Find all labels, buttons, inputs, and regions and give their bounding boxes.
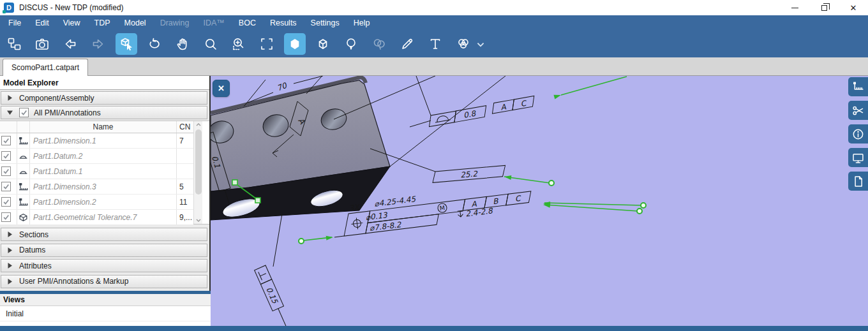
scrollbar-thumb[interactable] <box>195 129 202 195</box>
part-body[interactable] <box>211 77 390 220</box>
table-row[interactable]: Part1.Dimension.17 <box>0 133 193 149</box>
toolbar-wireframe-cube-button[interactable] <box>312 33 334 55</box>
row-name: Part1.Dimension.3 <box>33 182 96 191</box>
side-info-button[interactable] <box>848 124 868 143</box>
svg-text:M: M <box>439 204 445 212</box>
menu-item-tdp[interactable]: TDP <box>87 15 117 31</box>
menu-item-settings[interactable]: Settings <box>304 15 347 31</box>
check-icon <box>3 137 10 144</box>
menu-item-boc[interactable]: BOC <box>232 15 263 31</box>
toolbar-markup-pencil-button[interactable] <box>396 33 418 55</box>
viewport-close-button[interactable]: ✕ <box>213 80 230 97</box>
balloon-icon <box>343 36 359 52</box>
group-component-assembly[interactable]: Component/Assembly <box>1 91 207 105</box>
row-checkbox[interactable] <box>1 182 11 191</box>
toolbar-forward-arrow-button <box>87 33 109 55</box>
toolbar-select-cursor-button[interactable] <box>116 33 137 55</box>
row-checkbox[interactable] <box>1 166 11 176</box>
menu-item-edit[interactable]: Edit <box>28 15 56 31</box>
viewport-3d[interactable]: 70 A 0.8 A <box>211 76 868 326</box>
menu-item-help[interactable]: Help <box>347 15 377 31</box>
chevron-down-icon[interactable] <box>477 38 484 50</box>
row-name: Part1.Datum.2 <box>33 152 82 161</box>
display-icon <box>851 151 865 165</box>
chevron-right-icon <box>6 94 13 101</box>
toolbar-snapshot-camera-button[interactable] <box>31 33 53 55</box>
section-sections[interactable]: Sections <box>1 228 207 241</box>
chevron-right-icon <box>6 247 13 254</box>
toolbar-zoom-button[interactable] <box>200 33 221 55</box>
row-cn: 11 <box>179 198 187 207</box>
table-row[interactable]: Part1.Geometrical Tolerance.79,... <box>0 210 193 225</box>
check-icon <box>3 198 10 205</box>
menu-item-drawing: Drawing <box>153 15 197 31</box>
toolbar-balloons-button <box>368 33 390 55</box>
section-attributes[interactable]: Attributes <box>1 259 207 272</box>
restore-button[interactable] <box>809 0 839 15</box>
dimension-icon <box>19 182 28 191</box>
svg-text:25.2: 25.2 <box>460 169 479 179</box>
tab-scomopart1[interactable]: ScomoPart1.catpart <box>3 59 88 76</box>
row-checkbox[interactable] <box>1 136 11 145</box>
toolbar-pan-hand-button[interactable] <box>172 33 193 55</box>
scroll-down-icon[interactable] <box>194 217 203 224</box>
group-label: All PMI/Annotations <box>34 108 101 117</box>
table-row[interactable]: Part1.Datum.2 <box>0 149 193 164</box>
profile-fcf-annotation[interactable]: 0.8 A C <box>427 77 627 127</box>
side-section-scissors-button[interactable] <box>848 101 868 120</box>
rotate-icon <box>147 36 162 52</box>
toolbar-render-style-button[interactable] <box>453 33 474 55</box>
menu-item-view[interactable]: View <box>56 15 87 31</box>
svg-text:⌀0.13: ⌀0.13 <box>365 210 389 222</box>
perpendicularity-fcf-annotation[interactable]: 0.15 <box>255 214 292 326</box>
check-icon <box>3 168 10 175</box>
table-scrollbar[interactable] <box>193 121 202 224</box>
header-cn-col: CN <box>177 121 193 133</box>
side-dimension-tool-button[interactable] <box>848 77 868 96</box>
menu-bar: FileEditViewTDPModelDrawingIDA™BOCResult… <box>0 15 868 31</box>
svg-text:C: C <box>514 194 522 203</box>
table-row[interactable]: Part1.Datum.1 <box>0 164 193 179</box>
pmi-table-header: Name CN <box>0 121 193 133</box>
close-button[interactable]: ✕ <box>839 0 868 15</box>
view-item-initial[interactable]: Initial <box>0 306 211 321</box>
row-cn: 5 <box>179 182 184 191</box>
toolbar-model-tree-button[interactable] <box>3 33 25 55</box>
pmi-table: Name CN Part1.Dimension.17Part1.Datum.2P… <box>0 121 209 224</box>
datum-icon <box>19 152 28 161</box>
header-name-col: Name <box>30 121 177 133</box>
section-datums[interactable]: Datums <box>1 244 207 257</box>
row-checkbox[interactable] <box>1 212 11 222</box>
toolbar-fit-all-button[interactable] <box>256 33 278 55</box>
menu-item-file[interactable]: File <box>1 15 28 31</box>
toolbar-text-note-button[interactable] <box>424 33 446 55</box>
toolbar-zoom-window-button[interactable] <box>228 33 250 55</box>
all-pmi-checkbox[interactable] <box>19 108 29 117</box>
model-tree-icon <box>6 36 22 52</box>
group-all-pmi-annotations[interactable]: All PMI/Annotations <box>1 106 207 119</box>
toolbar-back-arrow-button[interactable] <box>59 33 81 55</box>
svg-text:B: B <box>492 196 499 206</box>
fit-all-icon <box>259 36 274 52</box>
table-row[interactable]: Part1.Dimension.35 <box>0 179 193 195</box>
window-title: DISCUS - New TDP (modified) <box>19 3 124 12</box>
shaded-cube-icon <box>287 36 303 52</box>
check-icon <box>3 183 10 190</box>
menu-item-model[interactable]: Model <box>117 15 153 31</box>
dimension-25-2-annotation[interactable]: 25.2 <box>370 149 554 186</box>
section-scissors-icon <box>851 104 865 117</box>
scroll-up-icon[interactable] <box>194 121 203 128</box>
section-user-pmi-annotations-markup[interactable]: User PMI/Annotations & Markup <box>1 275 207 288</box>
row-name: Part1.Datum.1 <box>33 167 82 176</box>
menu-item-results[interactable]: Results <box>263 15 304 31</box>
table-row[interactable]: Part1.Dimension.211 <box>0 195 193 210</box>
side-document-button[interactable] <box>848 172 868 191</box>
toolbar-balloon-button[interactable] <box>340 33 362 55</box>
toolbar-rotate-button[interactable] <box>144 33 165 55</box>
toolbar-shaded-cube-button[interactable] <box>284 33 306 55</box>
row-checkbox[interactable] <box>1 197 11 207</box>
minimize-button[interactable] <box>780 0 809 15</box>
svg-text:2.4-2.8: 2.4-2.8 <box>465 206 494 218</box>
row-checkbox[interactable] <box>1 151 11 161</box>
side-display-button[interactable] <box>848 148 868 167</box>
